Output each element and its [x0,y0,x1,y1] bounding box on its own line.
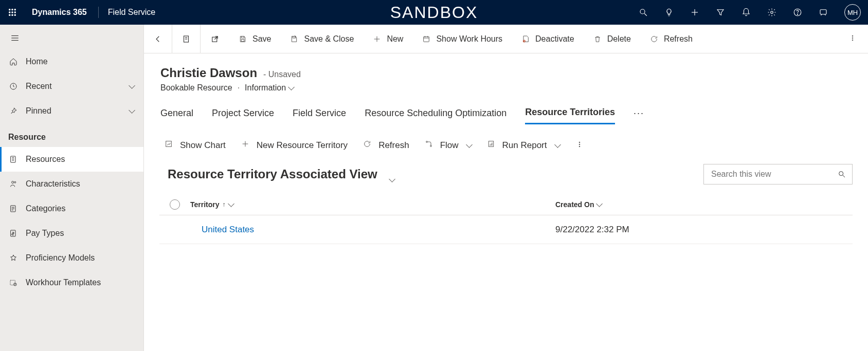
save-button[interactable]: Save [229,25,280,53]
show-chart-label: Show Chart [180,140,226,151]
svg-point-1 [12,9,13,10]
brand-label[interactable]: Dynamics 365 [25,8,94,17]
subgrid-overflow-button[interactable] [575,140,584,150]
svg-point-8 [14,14,15,15]
assistant-icon[interactable] [819,8,828,17]
document-icon [182,34,191,44]
column-header-created-on[interactable]: Created On [555,200,853,209]
chevron-down-icon [390,171,396,177]
hamburger-icon [10,33,20,43]
person-icon [9,180,17,188]
grid-row[interactable]: United States 9/22/2022 2:32 PM [159,215,853,244]
show-work-hours-button[interactable]: Show Work Hours [412,25,512,53]
cell-created-on: 9/22/2022 2:32 PM [555,225,853,235]
sidebar-pinned[interactable]: Pinned [0,99,143,123]
run-report-label: Run Report [502,140,547,151]
sidebar-home[interactable]: Home [0,49,143,74]
work-hours-label: Show Work Hours [436,34,502,44]
svg-point-63 [579,146,580,147]
separator-dot: · [238,83,240,93]
flow-icon [425,140,433,148]
view-selector[interactable]: Resource Territory Associated View [168,167,396,181]
tab-rso[interactable]: Resource Scheduling Optimization [365,108,507,124]
gear-icon[interactable] [767,8,776,17]
sidebar-recent[interactable]: Recent [0,74,143,99]
environment-label: SANDBOX [390,3,478,22]
show-chart-button[interactable]: Show Chart [165,140,226,151]
search-icon[interactable] [639,8,648,17]
site-map-sidebar: Home Recent Pinned Resource Resources Ch… [0,25,144,351]
refresh-button[interactable]: Refresh [640,25,702,53]
command-overflow-button[interactable] [837,34,868,44]
chevron-down-icon [229,200,233,209]
save-close-button[interactable]: Save & Close [280,25,363,53]
svg-point-26 [14,181,16,183]
sidebar-item-label: Characteristics [26,179,80,189]
record-status: - Unsaved [263,70,301,79]
svg-point-5 [14,12,15,13]
record-title: Christie Dawson [160,66,257,80]
flow-button[interactable]: Flow [425,140,472,151]
sidebar-toggle-button[interactable] [0,27,143,49]
topbar-divider [98,7,99,18]
svg-point-51 [852,40,853,41]
home-icon [9,58,17,66]
subgrid-refresh-label: Refresh [378,140,409,151]
main-content: Save Save & Close New Show Work Hours De… [144,25,868,351]
record-header: Christie Dawson - Unsaved Bookable Resou… [144,53,868,93]
tab-overflow-button[interactable]: ··· [634,108,644,124]
svg-point-4 [12,12,13,13]
search-icon[interactable] [838,170,846,178]
refresh-label: Refresh [664,34,693,44]
view-search-box[interactable] [703,164,853,184]
more-vertical-icon [575,140,584,149]
filter-icon[interactable] [716,8,725,17]
tab-project-service[interactable]: Project Service [212,108,274,124]
plus-icon[interactable] [690,8,699,17]
plus-icon [241,140,249,148]
new-resource-territory-button[interactable]: New Resource Territory [241,140,348,151]
tab-general[interactable]: General [160,108,193,124]
tab-resource-territories[interactable]: Resource Territories [525,107,615,124]
sidebar-item-label: Categories [26,204,65,213]
plus-icon [373,35,381,43]
sidebar-item-categories[interactable]: Categories [0,196,143,221]
svg-point-62 [579,144,580,145]
open-record-set-button[interactable] [172,25,201,53]
run-report-button[interactable]: Run Report [487,140,560,151]
sidebar-item-resources[interactable]: Resources [0,147,143,172]
sidebar-item-pay-types[interactable]: Pay Types [0,221,143,246]
subgrid: Territory ↑ Created On United States 9/2… [144,184,868,244]
new-button[interactable]: New [363,25,412,53]
column-header-territory[interactable]: Territory ↑ [190,200,555,209]
resources-icon [9,155,17,163]
app-name-label[interactable]: Field Service [103,8,160,17]
sidebar-item-workhour-templates[interactable]: Workhour Templates [0,270,143,295]
tab-field-service[interactable]: Field Service [293,108,346,124]
svg-line-10 [644,13,647,16]
global-topbar: Dynamics 365 Field Service SANDBOX MH [0,0,868,25]
help-icon[interactable] [793,8,802,17]
chevron-down-icon [467,140,472,151]
user-avatar[interactable]: MH [844,4,861,21]
territory-link[interactable]: United States [202,225,254,234]
subgrid-refresh-button[interactable]: Refresh [363,140,409,151]
select-all-checkbox[interactable] [159,199,190,210]
column-created-label: Created On [555,200,594,209]
delete-button[interactable]: Delete [584,25,640,53]
form-selector[interactable]: Information [245,83,294,93]
app-launcher-button[interactable] [0,8,25,17]
waffle-icon [8,8,17,17]
view-search-input[interactable] [710,169,833,179]
popout-icon [210,34,220,44]
back-button[interactable] [144,25,172,53]
bell-icon[interactable] [742,8,751,17]
sidebar-item-characteristics[interactable]: Characteristics [0,172,143,196]
sidebar-item-proficiency-models[interactable]: Proficiency Models [0,246,143,270]
svg-point-0 [9,9,10,10]
refresh-icon [650,35,658,43]
deactivate-button[interactable]: Deactivate [512,25,584,53]
lightbulb-icon[interactable] [664,8,674,17]
pin-icon [9,107,17,115]
popout-button[interactable] [201,25,229,53]
